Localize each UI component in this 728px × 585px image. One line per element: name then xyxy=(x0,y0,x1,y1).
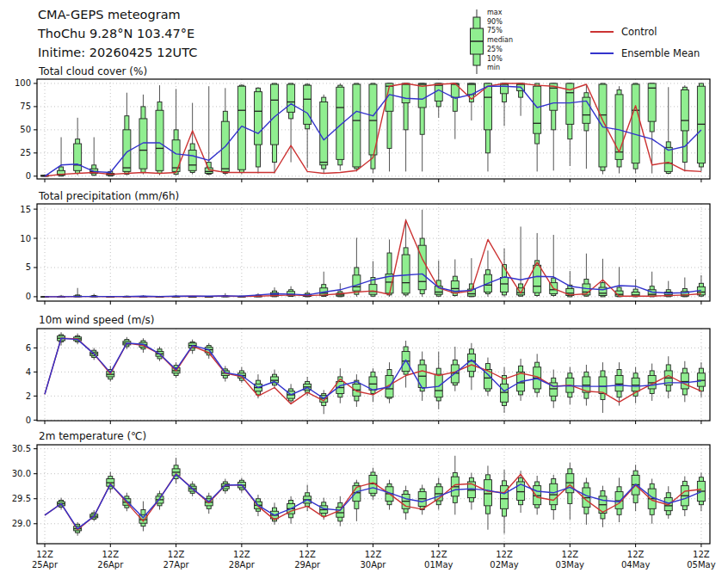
x-axis-temp: 12Z25Apr12Z26Apr12Z27Apr12Z28Apr12Z29Apr… xyxy=(32,544,716,570)
x-tick-date-label: 05May xyxy=(687,560,715,570)
x-tick-date-label: 28Apr xyxy=(229,560,256,570)
y-tick-label: 6 xyxy=(26,343,31,353)
y-tick-label: 2 xyxy=(26,391,31,401)
x-tick-date-label: 01May xyxy=(424,560,453,570)
box-plot xyxy=(648,83,656,174)
x-tick-date-label: 25Apr xyxy=(32,560,59,570)
box-plot xyxy=(74,118,82,176)
box-plot xyxy=(697,83,705,171)
box-plot xyxy=(304,83,312,168)
box-plot xyxy=(681,278,688,297)
box-plot xyxy=(320,95,328,174)
box-plot xyxy=(550,370,558,409)
x-tick-date-label: 02May xyxy=(490,560,518,570)
x-tick-date-label: 04May xyxy=(621,560,650,570)
box-plot xyxy=(501,470,509,533)
box-plot xyxy=(451,83,459,139)
box-plot xyxy=(583,365,590,406)
box-plot xyxy=(566,271,574,297)
box-plot xyxy=(632,280,639,297)
box-plot xyxy=(139,502,147,532)
box-plot xyxy=(550,83,558,170)
y-axis-temp: 29.029.530.030.5 xyxy=(12,444,37,528)
box-plots-precip xyxy=(41,210,706,298)
panel-cloud: 0255075100 xyxy=(15,78,710,182)
box-plot xyxy=(599,259,607,297)
y-tick-label: 0 xyxy=(26,416,31,425)
box-plot xyxy=(123,93,131,176)
box-plot xyxy=(484,250,491,297)
box-plot xyxy=(632,367,639,403)
x-tick-hour-label: 12Z xyxy=(430,550,447,559)
y-tick-label: 75 xyxy=(20,102,31,111)
y-axis-precip: 051015 xyxy=(20,205,37,302)
panel-temp: 29.029.530.030.512Z25Apr12Z26Apr12Z27Apr… xyxy=(12,444,716,570)
box-plot xyxy=(467,473,475,510)
box-plot xyxy=(221,88,229,175)
box-plot xyxy=(353,83,361,171)
box-plot xyxy=(681,477,688,516)
box-plot xyxy=(271,83,279,174)
x-tick-hour-label: 12Z xyxy=(233,550,250,559)
box-plot xyxy=(418,484,426,514)
y-tick-label: 0 xyxy=(26,171,31,181)
box-plot xyxy=(172,458,180,483)
meteogram-chart: 0255075100051015024629.029.530.030.512Z2… xyxy=(0,0,728,585)
box-plot xyxy=(467,83,475,120)
y-tick-label: 4 xyxy=(26,367,31,377)
box-plots-cloud xyxy=(41,83,706,176)
y-tick-label: 29.0 xyxy=(12,519,31,528)
box-plot xyxy=(599,83,607,175)
box-plot xyxy=(271,370,279,389)
box-plot xyxy=(583,84,590,169)
box-plot xyxy=(534,83,541,171)
x-tick-date-label: 26Apr xyxy=(97,560,124,570)
x-tick-hour-label: 12Z xyxy=(627,550,645,559)
x-tick-date-label: 30Apr xyxy=(360,560,386,570)
x-axis-wind xyxy=(45,421,701,424)
box-plot xyxy=(599,362,607,413)
panel-wind: 0246 xyxy=(26,329,710,425)
box-plot xyxy=(599,486,607,527)
box-plot xyxy=(172,89,180,175)
box-plot xyxy=(369,368,377,402)
x-axis-cloud xyxy=(45,179,701,182)
y-tick-label: 10 xyxy=(20,234,31,243)
box-plot xyxy=(435,352,442,410)
box-plot xyxy=(402,486,410,520)
box-plots-wind xyxy=(58,332,706,414)
box-plot xyxy=(648,272,656,297)
box-plot xyxy=(58,137,65,176)
box-plot xyxy=(583,477,590,525)
y-tick-label: 29.5 xyxy=(12,494,31,503)
y-axis-wind: 0246 xyxy=(26,343,37,425)
y-tick-label: 100 xyxy=(15,78,31,88)
box-plot xyxy=(550,235,558,297)
box-plot xyxy=(386,239,393,297)
box-plot xyxy=(418,83,426,171)
x-tick-date-label: 29Apr xyxy=(294,560,321,570)
x-tick-hour-label: 12Z xyxy=(299,550,316,559)
box-plot xyxy=(451,347,459,391)
box-plot xyxy=(74,288,82,297)
box-plot xyxy=(632,83,639,174)
box-plot xyxy=(386,480,393,510)
box-plot xyxy=(517,83,525,116)
box-plot xyxy=(681,361,688,403)
box-plot xyxy=(697,362,705,397)
x-tick-hour-label: 12Z xyxy=(168,550,185,559)
x-axis-precip xyxy=(45,301,701,305)
x-tick-hour-label: 12Z xyxy=(496,550,513,559)
y-tick-label: 30.5 xyxy=(12,444,31,453)
x-tick-hour-label: 12Z xyxy=(36,550,53,559)
box-plot xyxy=(566,463,574,520)
box-plot xyxy=(501,83,509,126)
y-tick-label: 5 xyxy=(26,262,31,272)
x-tick-hour-label: 12Z xyxy=(693,550,710,559)
x-tick-hour-label: 12Z xyxy=(562,550,579,559)
box-plot xyxy=(435,83,442,118)
box-plot xyxy=(664,281,672,297)
box-plot xyxy=(435,477,442,509)
y-tick-label: 0 xyxy=(26,292,31,301)
box-plot xyxy=(156,85,163,176)
